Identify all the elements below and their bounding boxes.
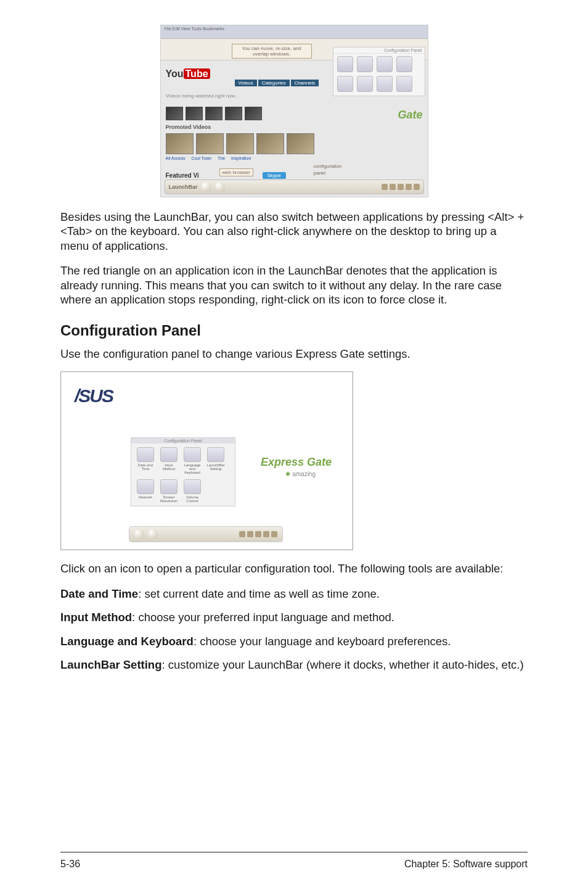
- figure-launchbar-screenshot: File Edit View Tools Bookmarks You can m…: [160, 25, 428, 197]
- express-gate-tag: amazing: [285, 471, 316, 477]
- promoted-label: Promoted Videos: [166, 124, 211, 130]
- thumb-row-1: [166, 107, 262, 120]
- gate-text: Gate: [398, 109, 422, 122]
- chapter-label: Chapter 5: Software support: [404, 859, 528, 870]
- callout-configuration: configuration: [314, 163, 342, 169]
- tool-date-time: Date and Time: set current date and time…: [60, 587, 528, 601]
- launchbar-orb-icon: [215, 182, 225, 192]
- figure-config-panel-screenshot: /SUS Configuration Panel Date and Time I…: [60, 371, 353, 550]
- callout-web-browser: web browser: [219, 168, 253, 176]
- fig2-launchbar: [129, 526, 283, 542]
- fig1-menubar: File Edit View Tools Bookmarks: [161, 25, 428, 39]
- yt-subtext: Videos being watched right now...: [166, 93, 239, 99]
- tool-language-keyboard: Language and Keyboard: choose your langu…: [60, 634, 528, 648]
- fig1-config-panel: Configuration Panel: [333, 47, 425, 96]
- body-paragraph-1: Besides using the LaunchBar, you can als…: [60, 210, 528, 253]
- tool-input-method: Input Method: choose your preferred inpu…: [60, 610, 528, 624]
- footer-rule: [60, 852, 528, 852]
- tool-launchbar-setting: LaunchBar Setting: customize your Launch…: [60, 658, 528, 672]
- config-panel-window: Configuration Panel Date and Time Input …: [131, 437, 235, 506]
- page-footer: 5-36 Chapter 5: Software support: [60, 859, 528, 870]
- youtube-logo: YouTube: [166, 68, 210, 80]
- heading-configuration-panel: Configuration Panel: [60, 322, 528, 339]
- body-paragraph-2: The red triangle on an application icon …: [60, 263, 528, 307]
- body-paragraph-3: Use the configuration panel to change va…: [60, 347, 528, 361]
- body-paragraph-4: Click on an icon to open a particular co…: [60, 561, 528, 576]
- express-gate-text: Express Gate: [261, 456, 332, 469]
- launchbar-orb-icon: [148, 529, 158, 539]
- yt-links: All Access Cool Town The Inspiration: [166, 156, 251, 160]
- thumb-row-2: [166, 133, 314, 154]
- asus-logo: /SUS: [75, 386, 113, 406]
- callout-panel: panel: [314, 170, 326, 176]
- featured-label: Featured Vi: [166, 172, 199, 179]
- page-number: 5-36: [60, 859, 80, 870]
- callout-move-resize: You can move, re-size, and overlap windo…: [232, 44, 312, 59]
- launchbar: LaunchBar: [165, 179, 424, 194]
- launchbar-orb-icon: [134, 529, 144, 539]
- youtube-tabs: Videos Categories Channels: [235, 80, 319, 86]
- launchbar-orb-icon: [202, 182, 211, 192]
- skype-button: Skype: [263, 172, 286, 179]
